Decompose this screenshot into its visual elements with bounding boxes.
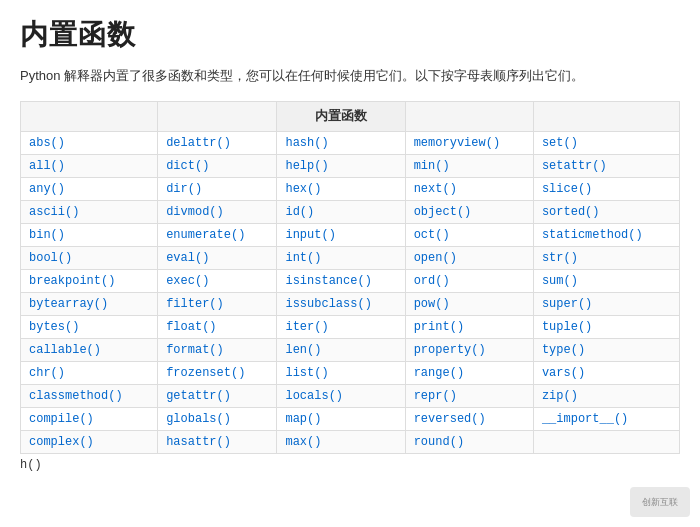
- table-cell: globals(): [158, 407, 277, 430]
- table-cell: hash(): [277, 131, 405, 154]
- footer-text: h(): [20, 458, 680, 472]
- table-cell: hasattr(): [158, 430, 277, 453]
- table-cell: dir(): [158, 177, 277, 200]
- table-cell: chr(): [21, 361, 158, 384]
- table-cell: min(): [405, 154, 533, 177]
- table-cell: breakpoint(): [21, 269, 158, 292]
- table-cell: print(): [405, 315, 533, 338]
- table-cell: help(): [277, 154, 405, 177]
- table-cell: object(): [405, 200, 533, 223]
- col-header-5: [533, 101, 679, 131]
- table-cell: callable(): [21, 338, 158, 361]
- table-cell: type(): [533, 338, 679, 361]
- table-cell: complex(): [21, 430, 158, 453]
- table-cell: bytearray(): [21, 292, 158, 315]
- table-cell: __import__(): [533, 407, 679, 430]
- table-cell: compile(): [21, 407, 158, 430]
- table-cell: any(): [21, 177, 158, 200]
- table-cell: open(): [405, 246, 533, 269]
- table-cell: oct(): [405, 223, 533, 246]
- page-title: 内置函数: [20, 16, 680, 54]
- table-cell: abs(): [21, 131, 158, 154]
- table-cell: map(): [277, 407, 405, 430]
- table-cell: [533, 430, 679, 453]
- table-cell: locals(): [277, 384, 405, 407]
- table-cell: filter(): [158, 292, 277, 315]
- table-cell: super(): [533, 292, 679, 315]
- builtin-functions-table: 内置函数 abs()delattr()hash()memoryview()set…: [20, 101, 680, 454]
- table-cell: staticmethod(): [533, 223, 679, 246]
- table-cell: bin(): [21, 223, 158, 246]
- table-cell: pow(): [405, 292, 533, 315]
- watermark-text: 创新互联: [642, 496, 678, 509]
- table-cell: ascii(): [21, 200, 158, 223]
- table-cell: classmethod(): [21, 384, 158, 407]
- table-cell: int(): [277, 246, 405, 269]
- table-cell: memoryview(): [405, 131, 533, 154]
- table-cell: all(): [21, 154, 158, 177]
- table-cell: format(): [158, 338, 277, 361]
- table-cell: hex(): [277, 177, 405, 200]
- col-header-2: [158, 101, 277, 131]
- table-cell: dict(): [158, 154, 277, 177]
- page-description: Python 解释器内置了很多函数和类型，您可以在任何时候使用它们。以下按字母表…: [20, 66, 680, 87]
- table-cell: vars(): [533, 361, 679, 384]
- table-cell: str(): [533, 246, 679, 269]
- table-cell: exec(): [158, 269, 277, 292]
- table-cell: zip(): [533, 384, 679, 407]
- col-header-center: 内置函数: [277, 101, 405, 131]
- table-cell: isinstance(): [277, 269, 405, 292]
- table-cell: float(): [158, 315, 277, 338]
- table-cell: slice(): [533, 177, 679, 200]
- table-cell: frozenset(): [158, 361, 277, 384]
- table-cell: enumerate(): [158, 223, 277, 246]
- table-cell: max(): [277, 430, 405, 453]
- table-cell: tuple(): [533, 315, 679, 338]
- table-cell: divmod(): [158, 200, 277, 223]
- table-cell: setattr(): [533, 154, 679, 177]
- table-cell: id(): [277, 200, 405, 223]
- table-cell: property(): [405, 338, 533, 361]
- table-cell: range(): [405, 361, 533, 384]
- table-cell: bool(): [21, 246, 158, 269]
- table-cell: sorted(): [533, 200, 679, 223]
- table-cell: round(): [405, 430, 533, 453]
- table-cell: eval(): [158, 246, 277, 269]
- table-cell: delattr(): [158, 131, 277, 154]
- table-cell: len(): [277, 338, 405, 361]
- watermark: 创新互联: [630, 487, 690, 517]
- table-cell: iter(): [277, 315, 405, 338]
- table-cell: issubclass(): [277, 292, 405, 315]
- table-cell: next(): [405, 177, 533, 200]
- table-cell: reversed(): [405, 407, 533, 430]
- table-cell: sum(): [533, 269, 679, 292]
- table-cell: set(): [533, 131, 679, 154]
- col-header-4: [405, 101, 533, 131]
- table-cell: ord(): [405, 269, 533, 292]
- table-cell: bytes(): [21, 315, 158, 338]
- table-cell: getattr(): [158, 384, 277, 407]
- col-header-1: [21, 101, 158, 131]
- table-cell: input(): [277, 223, 405, 246]
- table-cell: list(): [277, 361, 405, 384]
- table-cell: repr(): [405, 384, 533, 407]
